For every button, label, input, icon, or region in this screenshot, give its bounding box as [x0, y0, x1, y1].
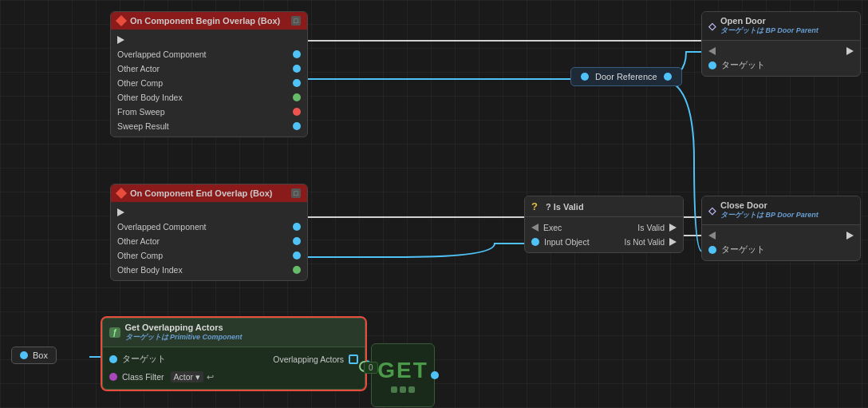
exec-in-pin-open: [708, 47, 716, 55]
input-obj-pin: [531, 238, 539, 246]
overlapping-actors-label: Overlapping Actors: [273, 355, 344, 364]
overlapped-component-row: Overlapped Component: [111, 47, 307, 61]
door-ref-pin-left: [581, 73, 589, 81]
open-door-target-pin: [708, 61, 716, 69]
get-overlapping-title: Get Overlapping Actors: [125, 323, 243, 332]
get-dot-2: [400, 386, 406, 393]
other-comp-label: Other Comp: [117, 78, 163, 88]
open-door-target-row: ターゲット: [702, 58, 860, 73]
sweep-result-pin: [293, 122, 301, 130]
close-end-overlap[interactable]: □: [291, 188, 301, 198]
is-valid-body: Exec Is Valid Input Object Is Not Valid: [525, 217, 683, 252]
get-display-node: GET: [371, 343, 435, 407]
box-node: Box: [11, 347, 57, 364]
other-body-pin: [293, 93, 301, 101]
open-door-title-group: Open Door ターゲットは BP Door Parent: [720, 16, 819, 36]
door-ref-label: Door Reference: [595, 72, 657, 81]
get-overlapping-target-pin: [109, 355, 117, 363]
box-label: Box: [33, 351, 48, 360]
close-door-body: ターゲット: [702, 225, 860, 260]
class-filter-reset[interactable]: ↩: [207, 372, 214, 382]
is-valid-input-row: Input Object Is Not Valid: [525, 235, 683, 249]
function-icon: ƒ: [109, 327, 120, 338]
end-overlapped-component-label: Overlapped Component: [117, 222, 207, 232]
close-door-title-group: Close Door ターゲットは BP Door Parent: [720, 200, 819, 220]
is-valid-title: ? Is Valid: [546, 202, 584, 212]
close-door-target-pin: [708, 246, 716, 254]
get-dot-3: [408, 386, 415, 393]
begin-overlap-body: Overlapped Component Other Actor Other C…: [111, 30, 307, 137]
other-actor-row: Other Actor: [111, 61, 307, 76]
end-other-actor-row: Other Actor: [111, 234, 307, 248]
input-obj-label: Input Object: [544, 237, 590, 247]
get-overlapping-header: ƒ Get Overlapping Actors ターゲットは Primitiv…: [103, 319, 365, 347]
end-overlapped-component-row: Overlapped Component: [111, 220, 307, 234]
box-pin: [20, 351, 28, 359]
from-sweep-pin: [293, 108, 301, 116]
get-dots: [391, 386, 415, 393]
end-overlap-exec: [111, 205, 307, 220]
other-body-index-label: Other Body Index: [117, 93, 183, 102]
class-filter-label: Class Filter: [122, 372, 164, 382]
question-icon: ?: [531, 200, 538, 212]
get-label: GET: [377, 358, 428, 383]
begin-overlap-header: On Component Begin Overlap (Box) □: [111, 12, 307, 30]
is-valid-out-label: Is Valid: [637, 223, 665, 232]
other-actor-pin: [293, 65, 301, 73]
open-door-body: ターゲット: [702, 41, 860, 76]
get-overlapping-node: ƒ Get Overlapping Actors ターゲットは Primitiv…: [102, 318, 365, 390]
end-other-comp-pin: [293, 252, 301, 259]
class-filter-pin: [109, 373, 117, 381]
close-door-target-label: ターゲット: [721, 244, 765, 255]
open-door-title: Open Door: [720, 16, 819, 26]
door-ref-pin-right: [664, 73, 672, 81]
exec-out-not-valid: [669, 238, 677, 246]
get-dot-1: [391, 386, 397, 393]
door-reference-node: Door Reference: [570, 67, 682, 86]
exec-label: Exec: [543, 223, 562, 232]
end-other-body-pin: [293, 266, 301, 274]
open-door-target-label: ターゲット: [721, 60, 765, 71]
zero-badge: 0: [364, 362, 378, 374]
is-valid-node: ? ? Is Valid Exec Is Valid Input Object …: [524, 196, 684, 253]
class-filter-value: Actor ▾: [171, 371, 203, 382]
exec-out-valid: [669, 224, 677, 232]
end-overlap-title: On Component End Overlap (Box): [130, 188, 272, 198]
close-door-diamond: ◇: [708, 205, 716, 216]
other-actor-label: Other Actor: [117, 64, 160, 73]
close-door-node: ◇ Close Door ターゲットは BP Door Parent ターゲット: [701, 196, 861, 261]
exec-out-pin: [117, 36, 124, 44]
exec-out-pin-close: [846, 232, 854, 240]
on-begin-overlap-node: On Component Begin Overlap (Box) □ Overl…: [110, 11, 308, 137]
close-begin-overlap[interactable]: □: [291, 16, 301, 26]
open-door-header: ◇ Open Door ターゲットは BP Door Parent: [702, 12, 860, 41]
close-door-exec: [702, 228, 860, 243]
on-end-overlap-node: On Component End Overlap (Box) □ Overlap…: [110, 184, 308, 281]
other-body-index-row: Other Body Index: [111, 90, 307, 105]
get-overlapping-body: ターゲット Overlapping Actors Class Filter Ac…: [103, 347, 365, 389]
from-sweep-label: From Sweep: [117, 107, 165, 117]
get-overlapping-target-label: ターゲット: [122, 354, 166, 365]
from-sweep-row: From Sweep: [111, 105, 307, 119]
get-overlapping-title-group: Get Overlapping Actors ターゲットは Primitive …: [125, 323, 243, 343]
other-comp-row: Other Comp: [111, 76, 307, 90]
end-other-actor-label: Other Actor: [117, 236, 160, 246]
overlapped-component-pin: [293, 50, 301, 58]
begin-overlap-exec: [111, 33, 307, 47]
exec-out-pin-open: [846, 47, 854, 55]
exec-in-is-valid: [531, 224, 539, 232]
open-door-node: ◇ Open Door ターゲットは BP Door Parent ターゲット: [701, 11, 861, 77]
sweep-result-row: Sweep Result: [111, 119, 307, 133]
close-door-subtitle: ターゲットは BP Door Parent: [720, 210, 819, 220]
end-other-comp-row: Other Comp: [111, 248, 307, 263]
exec-out-pin-2: [117, 208, 124, 216]
get-output-pin: [431, 371, 439, 379]
close-door-title: Close Door: [720, 200, 819, 210]
get-overlapping-subtitle: ターゲットは Primitive Component: [125, 332, 243, 343]
is-valid-header: ? ? Is Valid: [525, 196, 683, 217]
class-filter-row: Class Filter Actor ▾ ↩: [103, 368, 365, 386]
begin-overlap-title: On Component Begin Overlap (Box): [130, 16, 280, 26]
event-icon: [116, 15, 127, 26]
overlapping-actors-pin: [349, 355, 358, 364]
end-overlap-header: On Component End Overlap (Box) □: [111, 184, 307, 202]
